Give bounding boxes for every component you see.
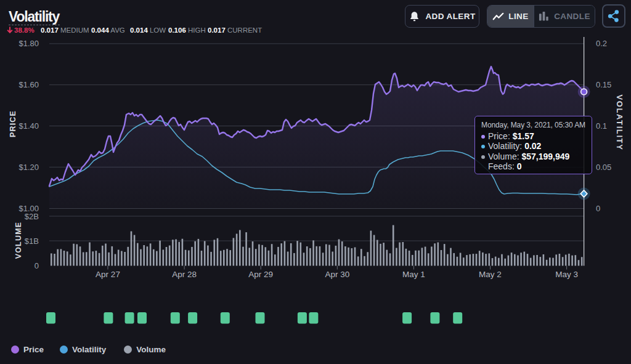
svg-text:0.2: 0.2 xyxy=(596,39,607,48)
svg-text:$1.80: $1.80 xyxy=(18,39,39,48)
svg-text:Apr 29: Apr 29 xyxy=(248,270,273,279)
svg-text:Apr 30: Apr 30 xyxy=(325,270,349,279)
svg-text:$1B: $1B xyxy=(25,237,39,246)
svg-text:0: 0 xyxy=(596,204,600,213)
svg-text:0.05: 0.05 xyxy=(596,163,611,172)
svg-text:May 2: May 2 xyxy=(479,270,502,279)
svg-text:$1.20: $1.20 xyxy=(18,163,39,172)
svg-text:$1.40: $1.40 xyxy=(18,121,39,131)
svg-text:0.1: 0.1 xyxy=(596,121,607,131)
svg-text:Apr 28: Apr 28 xyxy=(172,270,197,279)
svg-text:May 3: May 3 xyxy=(555,270,578,279)
svg-text:$1.60: $1.60 xyxy=(18,80,39,89)
svg-text:Apr 27: Apr 27 xyxy=(96,270,120,279)
svg-text:0.15: 0.15 xyxy=(596,80,611,89)
svg-text:May 1: May 1 xyxy=(402,270,425,279)
svg-text:$2B: $2B xyxy=(25,212,39,221)
svg-text:0: 0 xyxy=(35,261,39,270)
